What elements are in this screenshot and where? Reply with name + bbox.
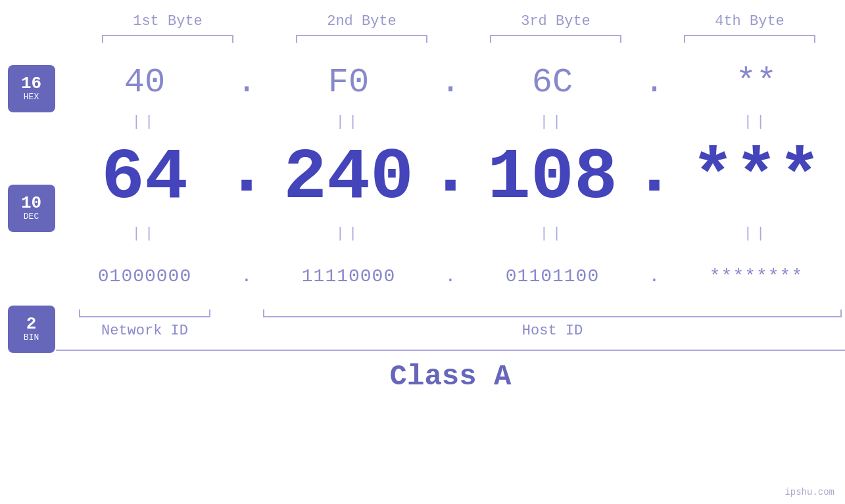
dec-value-3: 108 <box>487 137 617 219</box>
network-bracket <box>79 309 210 317</box>
bracket-top-3 <box>490 35 621 43</box>
bin-value-4: ******** <box>710 266 803 286</box>
hex-badge-number: 16 <box>21 75 41 92</box>
bracket-top-1 <box>102 35 233 43</box>
byte3-label: 3rd Byte <box>467 13 644 30</box>
eq1-cell3: || <box>464 114 641 130</box>
bin-cell-1: 01000000 <box>56 266 233 286</box>
dec-value-1: 64 <box>101 137 188 219</box>
eq1-cell2: || <box>260 114 437 130</box>
byte4-label: 4th Byte <box>661 13 838 30</box>
dec-badge-number: 10 <box>21 195 41 212</box>
byte1-label: 1st Byte <box>79 13 256 30</box>
eq2-cell2: || <box>260 225 437 242</box>
hex-dot-1: . <box>233 63 260 102</box>
hex-cell-4: ** <box>667 63 845 102</box>
eq1-cell4: || <box>667 114 845 130</box>
hex-dot-3: . <box>641 63 667 102</box>
eq2-cell1: || <box>56 225 233 242</box>
dec-cell-3: 108 <box>464 137 641 219</box>
hex-value-2: F0 <box>328 63 369 102</box>
bottom-labels-row: Network ID Host ID <box>56 323 845 339</box>
bracket-top-2 <box>296 35 427 43</box>
byte2-label: 2nd Byte <box>273 13 450 30</box>
dec-cell-2: 240 <box>260 137 437 219</box>
bin-badge: 2 BIN <box>8 306 55 353</box>
bin-value-2: 11110000 <box>302 266 395 286</box>
dec-badge: 10 DEC <box>8 185 55 232</box>
equals-row-2: || || || || <box>56 220 845 246</box>
hex-badge: 16 HEX <box>8 65 55 112</box>
dec-dot-1: . <box>233 130 260 225</box>
hex-value-3: 6C <box>532 63 573 102</box>
hex-cell-1: 40 <box>56 63 233 102</box>
bin-dot-1: . <box>233 266 260 286</box>
bin-value-1: 01000000 <box>98 266 191 286</box>
bin-badge-number: 2 <box>26 315 37 332</box>
badges-column: 16 HEX 10 DEC 2 BIN <box>0 56 56 353</box>
class-section: Class A <box>56 350 845 393</box>
network-id-label: Network ID <box>101 323 188 339</box>
hex-dot-2: . <box>437 63 464 102</box>
eq1-cell1: || <box>56 114 233 130</box>
dec-dot-3: . <box>641 130 667 225</box>
class-label: Class A <box>390 360 512 393</box>
hex-row: 40 . F0 . 6C . ** <box>56 56 845 108</box>
hex-value-1: 40 <box>124 63 165 102</box>
hex-cell-2: F0 <box>260 63 437 102</box>
bin-value-3: 01101100 <box>506 266 599 286</box>
hex-value-4: ** <box>736 63 777 102</box>
eq2-cell4: || <box>667 225 845 242</box>
dec-cell-4: *** <box>667 137 845 219</box>
byte-headers: 1st Byte 2nd Byte 3rd Byte 4th Byte <box>71 13 846 30</box>
bin-cell-4: ******** <box>667 266 845 286</box>
bottom-brackets-row <box>56 309 845 317</box>
hex-cell-3: 6C <box>464 63 641 102</box>
bin-row: 01000000 . 11110000 . 01101100 . <box>56 246 845 306</box>
dec-row: 64 . 240 . 108 . *** <box>56 135 845 220</box>
dec-value-4: *** <box>691 137 821 219</box>
bin-dot-3: . <box>641 266 667 286</box>
watermark: ipshu.com <box>785 487 834 497</box>
dec-dot-2: . <box>437 130 464 225</box>
host-bracket <box>263 309 842 317</box>
bin-badge-label: BIN <box>24 332 39 343</box>
eq2-cell3: || <box>464 225 641 242</box>
bracket-top-4 <box>684 35 815 43</box>
bin-cell-2: 11110000 <box>260 266 437 286</box>
host-id-label: Host ID <box>522 323 583 339</box>
bin-cell-3: 01101100 <box>464 266 641 286</box>
hex-badge-label: HEX <box>24 92 39 103</box>
main-container: 1st Byte 2nd Byte 3rd Byte 4th Byte 16 H… <box>0 0 845 504</box>
bin-dot-2: . <box>437 266 464 286</box>
dec-cell-1: 64 <box>56 137 233 219</box>
dec-value-2: 240 <box>283 137 414 219</box>
dec-badge-label: DEC <box>24 212 39 222</box>
top-brackets <box>71 35 846 43</box>
